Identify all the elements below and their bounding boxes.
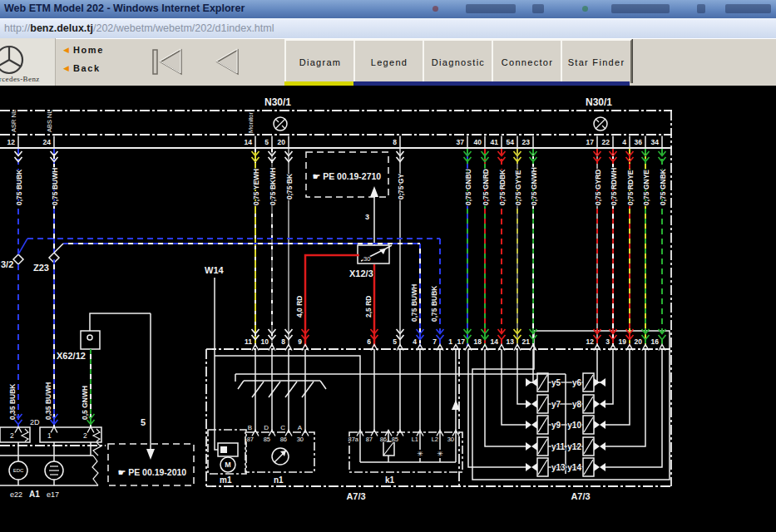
diagram-label: 4,0 RD (295, 296, 304, 318)
diagram-label: 0,75 BK (285, 173, 294, 200)
schematic-line (238, 381, 244, 389)
pin-number: 10 (261, 337, 269, 346)
valve-label: y9 (551, 421, 561, 430)
diagram-label: 5 (141, 417, 146, 427)
pin-number: 8 (281, 337, 285, 346)
wiring-diagram[interactable]: ☛ PE 00.19-2710☛ PE 00.19-2010y5y6y7y8y9… (0, 86, 776, 532)
valve-bowtie-icon (594, 400, 600, 408)
diagram-label: e22 (10, 490, 22, 499)
pe-reference-label: ☛ PE 00.19-2010 (118, 467, 187, 477)
diagram-label: 30 (447, 436, 454, 443)
link-home[interactable]: ◀Home (63, 42, 155, 60)
diagram-label: X62/12 (57, 351, 86, 361)
pin-number: 8 (393, 138, 397, 146)
pin-number: 4 (622, 138, 626, 146)
pin-number: 3 (605, 337, 610, 346)
tab-diagnostic[interactable]: Diagnostic (423, 39, 494, 83)
diagram-label: 0,75 GY (397, 173, 405, 200)
pin-number: 22 (602, 138, 610, 146)
orange-arrow-icon: ◀ (63, 64, 69, 72)
pin-number: 14 (245, 138, 253, 146)
schematic-line (597, 349, 605, 382)
pin-number: 23 (522, 138, 531, 146)
pin-number: 34 (651, 138, 660, 146)
schematic-line (605, 349, 613, 404)
link-back[interactable]: ◀Back (63, 60, 155, 78)
pin-number: 41 (491, 138, 499, 146)
diagram-label: D (264, 424, 269, 431)
schematic-line (93, 442, 101, 456)
schematic-line (22, 429, 28, 441)
nav-first-button[interactable] (148, 38, 198, 86)
diagram-label: A1 (29, 490, 40, 499)
schematic-line (383, 441, 394, 456)
diagram-label: 0,5 GNWH (81, 386, 89, 420)
tab-connector[interactable]: Connector (492, 39, 563, 83)
pin-number: 6 (367, 337, 371, 346)
schematic-line (90, 313, 151, 331)
nav-back-button[interactable] (206, 38, 256, 86)
pin-number: 5 (264, 138, 269, 146)
schematic-line (526, 349, 533, 382)
address-bar[interactable]: http://benz.delux.tj/202/webetm/webetm/2… (0, 18, 776, 39)
diagram-label: ASR NL (10, 110, 17, 132)
wire (18, 239, 27, 254)
diagram-label: 1 (47, 431, 52, 440)
tab-diagram[interactable]: Diagram (284, 39, 356, 83)
pin-number: 16 (651, 337, 660, 346)
valve-arrow (538, 439, 547, 454)
diagram-label: B (248, 424, 252, 431)
diagram-label: 2D (30, 418, 40, 426)
valve-label: y14 (567, 463, 581, 472)
pin-number: 18 (474, 337, 482, 346)
valve-arrow (538, 397, 547, 411)
diagram-label: A7/3 (571, 491, 590, 501)
schematic-line (269, 382, 280, 397)
valve-bowtie-icon (531, 378, 537, 387)
toolbar-right-filler (630, 38, 776, 92)
valve-bowtie-icon (526, 463, 531, 471)
diagram-label: X12/3 (349, 268, 373, 278)
pin-number: 54 (507, 138, 515, 146)
diagram-label: C (280, 424, 285, 431)
diagram-label: 3/2 (1, 259, 13, 269)
diagram-label: 30 (297, 436, 304, 443)
pin-number: 19 (619, 337, 627, 346)
diagram-label: Z23 (33, 263, 49, 273)
valve-bowtie-icon (531, 463, 537, 471)
diagram-label: 0,75 GYYE (514, 170, 522, 205)
schematic-line (502, 349, 526, 425)
diagram-label: 0,75 GYRD (594, 170, 602, 205)
tab-legend[interactable]: Legend (353, 39, 425, 83)
valve-arrow (584, 460, 593, 475)
wire (54, 244, 63, 253)
diagram-label: 30 (363, 255, 370, 263)
valve-arrow (584, 417, 593, 432)
pin-number: 40 (474, 138, 482, 146)
diagram-area: ☛ PE 00.19-2710☛ PE 00.19-2010y5y6y7y8y9… (0, 86, 776, 532)
detail-rect (220, 446, 227, 453)
valve-bowtie-icon (526, 421, 531, 429)
diagram-label: ABS NL (46, 110, 53, 132)
diagram-label: 87a (348, 436, 358, 443)
diagram-label: 0,75 BUWH (410, 284, 418, 322)
tab-star-finder[interactable]: Star Finder (561, 39, 632, 83)
diagram-label: 3 (365, 213, 369, 221)
schematic-line (302, 382, 314, 397)
schematic-line (605, 349, 630, 425)
pin-number: 17 (457, 337, 466, 346)
schematic-line (93, 429, 100, 441)
valve-arrow (538, 417, 547, 432)
mercedes-star-icon (0, 47, 22, 73)
diagram-label: 87 (366, 436, 373, 443)
diagram-label: L1 (412, 436, 418, 443)
diagram-label: 0,75 YEWH (252, 169, 260, 205)
diagram-label: 0,75 GNBK (659, 168, 667, 205)
diagram-label: n1 (274, 475, 284, 485)
valve-bowtie-icon (600, 442, 605, 451)
diagram-label: 0,75 BUBK (430, 285, 438, 322)
title-bar: Web ETM Model 202 - Windows Internet Exp… (0, 0, 776, 19)
diagram-label: 87 (247, 436, 254, 443)
valve-arrow (584, 397, 593, 411)
pin-number: 9 (298, 337, 302, 346)
